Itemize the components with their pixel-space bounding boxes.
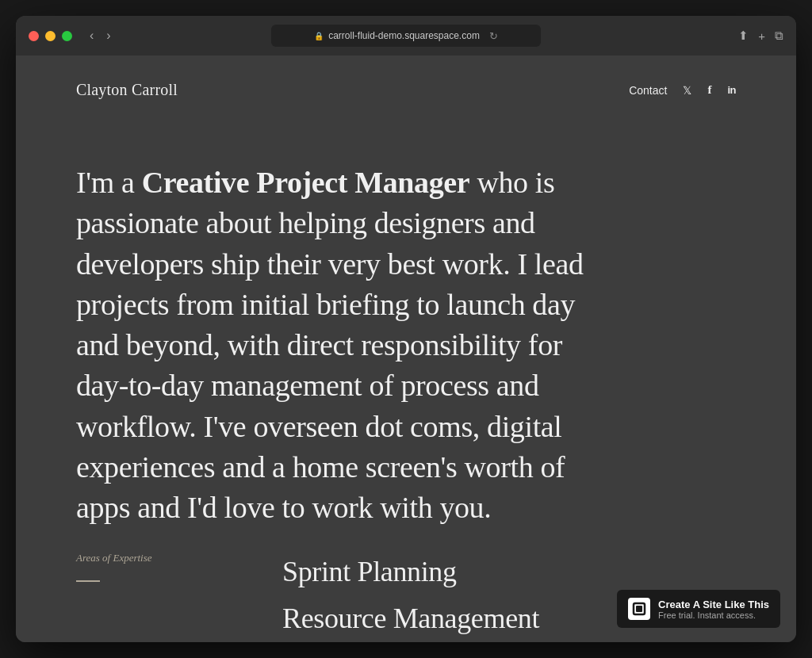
hero-text: I'm a Creative Project Manager who is pa… — [76, 163, 606, 529]
hero-bold-text: Creative Project Manager — [142, 166, 470, 199]
browser-window: ‹ › 🔒 carroll-fluid-demo.squarespace.com… — [16, 16, 796, 642]
twitter-link[interactable]: 𝕏 — [683, 84, 691, 97]
address-bar[interactable]: 🔒 carroll-fluid-demo.squarespace.com ↻ — [271, 25, 541, 47]
squarespace-logo — [628, 598, 650, 620]
site-nav: Clayton Carroll Contact 𝕏 f in — [16, 55, 796, 99]
traffic-lights — [29, 31, 72, 41]
close-button[interactable] — [29, 31, 39, 41]
svg-rect-1 — [636, 606, 642, 612]
toolbar-right: ⬆ + ⧉ — [738, 29, 783, 43]
squarespace-logo-svg — [632, 602, 646, 616]
squarespace-subtitle: Free trial. Instant access. — [658, 610, 769, 620]
squarespace-banner[interactable]: Create A Site Like This Free trial. Inst… — [617, 590, 780, 628]
squarespace-title: Create A Site Like This — [658, 599, 769, 610]
nav-buttons: ‹ › — [85, 26, 116, 45]
site-nav-links: Contact 𝕏 f in — [629, 83, 736, 97]
fullscreen-button[interactable] — [62, 31, 72, 41]
linkedin-link[interactable]: in — [727, 84, 736, 96]
site-content: Clayton Carroll Contact 𝕏 f in I'm a Cre… — [16, 55, 796, 642]
lock-icon: 🔒 — [314, 32, 324, 40]
forward-button[interactable]: › — [102, 26, 115, 45]
url-text: carroll-fluid-demo.squarespace.com — [328, 30, 480, 41]
hero-text-after: who is passionate about helping designer… — [76, 166, 584, 524]
squarespace-text: Create A Site Like This Free trial. Inst… — [658, 599, 769, 620]
hero-section: I'm a Creative Project Manager who is pa… — [16, 99, 666, 576]
share-icon[interactable]: ⬆ — [738, 29, 749, 43]
refresh-icon: ↻ — [489, 30, 498, 42]
new-tab-icon[interactable]: + — [758, 29, 765, 43]
expertise-column: Areas of Expertise — [76, 549, 282, 582]
contact-link[interactable]: Contact — [629, 84, 667, 97]
expertise-item-1: Sprint Planning — [282, 549, 736, 595]
tabs-icon[interactable]: ⧉ — [775, 29, 783, 43]
titlebar: ‹ › 🔒 carroll-fluid-demo.squarespace.com… — [16, 16, 796, 55]
expertise-label: Areas of Expertise — [76, 552, 282, 564]
minimize-button[interactable] — [45, 31, 56, 41]
expertise-divider — [76, 580, 100, 582]
facebook-link[interactable]: f — [707, 83, 711, 97]
site-logo: Clayton Carroll — [76, 81, 178, 99]
hero-text-before: I'm a — [76, 166, 142, 199]
back-button[interactable]: ‹ — [85, 26, 98, 45]
